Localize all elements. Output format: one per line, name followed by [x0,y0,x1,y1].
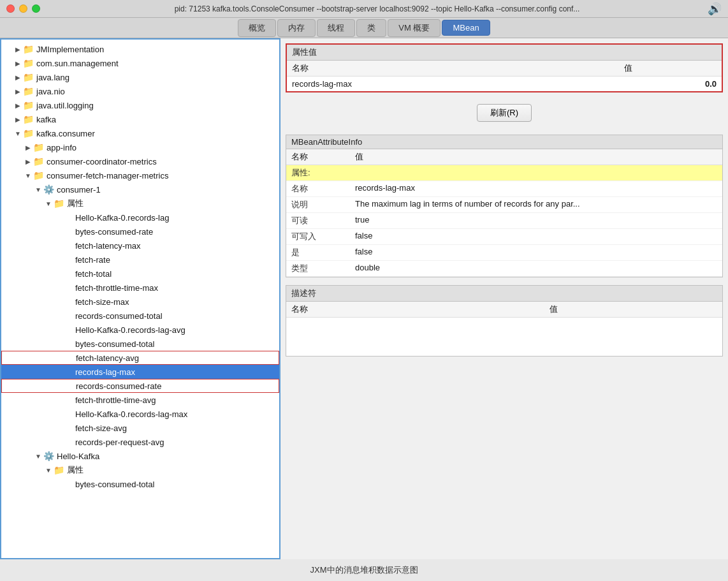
tab-memory[interactable]: 内存 [277,19,316,37]
folder-icon: 📁 [23,128,34,138]
tree-item-fetch-rate[interactable]: fetch-rate [1,253,279,267]
expand-arrow[interactable]: ▶ [24,143,32,151]
gear-icon: ⚙️ [43,451,54,461]
table-row: 名称 records-lag-max [286,181,722,197]
refresh-button[interactable]: 刷新(R) [477,104,532,122]
mbean-row-label: 是 [286,245,350,261]
collapse-arrow[interactable]: ▼ [45,200,52,207]
attr-name-header: 名称 [287,61,619,77]
speaker-icon: 🔊 [708,2,722,16]
tree-item-java.util.logging[interactable]: ▶📁java.util.logging [1,98,279,112]
tree-item-Hello-Kafka-0.records-lag-avg[interactable]: Hello-Kafka-0.records-lag-avg [1,323,279,337]
gear-icon: ⚙️ [43,184,54,195]
mbean-row-label: 类型 [286,261,350,277]
tab-threads[interactable]: 线程 [317,19,355,37]
expand-arrow[interactable]: ▶ [14,101,22,109]
mbean-attribute-info-header: MBeanAttributeInfo [286,135,722,149]
right-panel: 属性值 名称 值 records-lag-max0.0 刷新(R) MBeanA… [280,38,728,559]
tree-item-records-per-request-avg[interactable]: records-per-request-avg [1,435,279,449]
tree-label: bytes-consumed-total [75,339,154,349]
tree-item-bytes-consumed-rate[interactable]: bytes-consumed-rate [1,224,279,239]
tree-item-fetch-size-avg[interactable]: fetch-size-avg [1,421,279,435]
expand-arrow[interactable]: ▶ [14,73,22,81]
tab-classes[interactable]: 类 [356,19,386,37]
collapse-arrow[interactable]: ▼ [14,129,22,137]
tree-item-JMImplementation[interactable]: ▶📁JMImplementation [1,42,279,56]
tree-item-Hello-Kafka-0.records-lag[interactable]: Hello-Kafka-0.records-lag [1,210,279,224]
mbean-row-value: true [350,213,722,229]
collapse-arrow[interactable]: ▼ [34,452,42,460]
maximize-button[interactable] [32,4,40,13]
expand-arrow[interactable]: ▶ [14,59,22,67]
mbean-row-label: 可读 [286,213,350,229]
tree-item-attr-group-2[interactable]: ▼📁属性 [1,463,279,477]
tree-label: java.lang [36,73,69,82]
tree-item-attr-group[interactable]: ▼📁属性 [1,196,279,210]
expand-arrow[interactable]: ▶ [14,45,22,53]
tree-label: consumer-1 [57,185,101,195]
mbean-attribute-info-section: MBeanAttributeInfo 名称 值 属性: 名称 records-l… [286,135,723,277]
descriptor-value-header: 值 [544,302,722,318]
tree-item-records-consumed-rate[interactable]: records-consumed-rate [1,379,279,393]
tab-overview[interactable]: 概览 [238,19,276,37]
expand-arrow[interactable]: ▶ [14,115,22,123]
tree-item-consumer-fetch-manager-metrics[interactable]: ▼📁consumer-fetch-manager-metrics [1,168,279,182]
tree-label: kafka [36,115,56,124]
expand-arrow[interactable]: ▶ [14,87,22,95]
tree-item-com.sun.management[interactable]: ▶📁com.sun.management [1,56,279,70]
tree-item-fetch-throttle-time-avg[interactable]: fetch-throttle-time-avg [1,393,279,407]
tree-item-kafka.consumer[interactable]: ▼📁kafka.consumer [1,126,279,140]
folder-icon: 📁 [33,142,44,152]
tree-item-bytes-consumed-total-2[interactable]: bytes-consumed-total [1,477,279,491]
tree-item-java.lang[interactable]: ▶📁java.lang [1,70,279,84]
tree-label: fetch-latency-max [75,241,141,251]
tree-label: fetch-rate [75,255,110,265]
traffic-lights [6,4,40,13]
descriptor-name-header: 名称 [286,302,544,318]
tree-label: fetch-throttle-time-avg [75,395,156,405]
collapse-arrow[interactable]: ▼ [24,172,32,179]
mbean-row-value: double [350,261,722,277]
tree-item-fetch-latency-max[interactable]: fetch-latency-max [1,239,279,253]
tree-item-bytes-consumed-total[interactable]: bytes-consumed-total [1,337,279,351]
tree-item-records-lag-max[interactable]: records-lag-max [1,365,279,379]
tree-label: records-consumed-total [75,311,163,321]
tree-item-fetch-throttle-time-max[interactable]: fetch-throttle-time-max [1,281,279,295]
tree-item-Hello-Kafka-0.records-lag-max[interactable]: Hello-Kafka-0.records-lag-max [1,407,279,421]
tree-label: Hello-Kafka-0.records-lag [75,213,169,223]
tree-item-app-info[interactable]: ▶📁app-info [1,140,279,154]
tree-label: fetch-latency-avg [76,353,139,363]
tree-item-consumer-1[interactable]: ▼⚙️consumer-1 [1,182,279,196]
table-row: 可读 true [286,213,722,229]
tree-label: java.util.logging [36,101,94,110]
mbean-name-header: 名称 [286,149,350,165]
table-row: records-lag-max0.0 [287,77,722,92]
tree-label: consumer-coordinator-metrics [47,157,157,166]
mbean-value-header: 值 [350,149,722,165]
mbean-row-value: records-lag-max [350,181,722,197]
expand-arrow[interactable]: ▶ [24,158,32,165]
mbean-row-value: false [350,229,722,245]
folder-icon: 📁 [54,465,64,475]
close-button[interactable] [6,4,15,13]
window-title: pid: 71253 kafka.tools.ConsoleConsumer -… [47,4,708,13]
tree-item-kafka[interactable]: ▶📁kafka [1,112,279,126]
tree-item-fetch-total[interactable]: fetch-total [1,267,279,281]
tree-item-fetch-latency-avg[interactable]: fetch-latency-avg [1,351,279,365]
mbean-row-value: The maximum lag in terms of number of re… [350,197,722,213]
table-row: 类型 double [286,261,722,277]
tree-item-records-consumed-total[interactable]: records-consumed-total [1,309,279,323]
tab-mbean[interactable]: MBean [442,20,490,36]
collapse-arrow[interactable]: ▼ [34,186,42,193]
minimize-button[interactable] [19,4,27,13]
tab-vm-summary[interactable]: VM 概要 [388,19,440,37]
mbean-row-label: 说明 [286,197,350,213]
mbean-row-label: 可写入 [286,229,350,245]
tree-item-fetch-size-max[interactable]: fetch-size-max [1,295,279,309]
main-content: ▶📁JMImplementation▶📁com.sun.management▶📁… [0,38,728,559]
tree-item-consumer-coordinator-metrics[interactable]: ▶📁consumer-coordinator-metrics [1,154,279,168]
tree-item-java.nio[interactable]: ▶📁java.nio [1,84,279,98]
tree-item-Hello-Kafka[interactable]: ▼⚙️Hello-Kafka [1,449,279,463]
collapse-arrow[interactable]: ▼ [45,466,52,474]
left-panel[interactable]: ▶📁JMImplementation▶📁com.sun.management▶📁… [0,38,280,559]
